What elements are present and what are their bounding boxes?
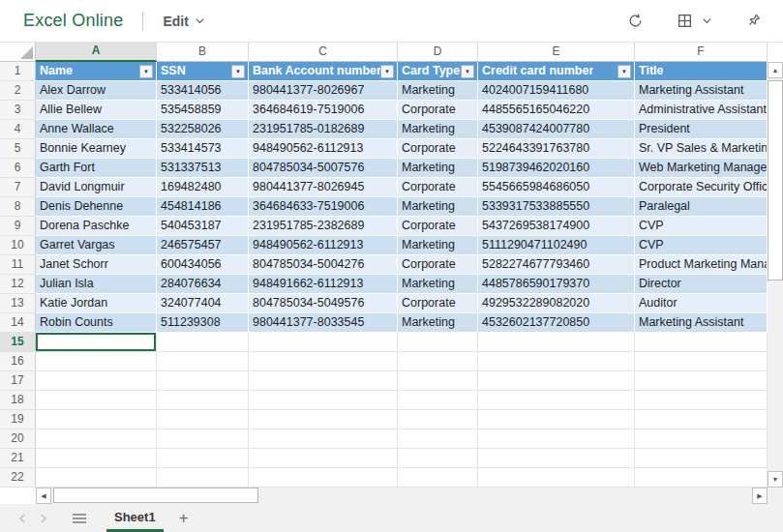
- cell-A13[interactable]: Katie Jordan: [36, 294, 157, 313]
- cell-C13[interactable]: 804785034-5049576: [249, 294, 398, 313]
- cell-D16[interactable]: [398, 352, 478, 371]
- add-sheet-button[interactable]: +: [179, 510, 189, 526]
- cell-B11[interactable]: 600434056: [157, 255, 249, 275]
- cell-D7[interactable]: Corporate: [398, 178, 478, 197]
- cell-E16[interactable]: [478, 352, 635, 371]
- cell-E8[interactable]: 5339317533885550: [478, 197, 635, 217]
- scroll-left-button[interactable]: ◀: [36, 488, 51, 504]
- cell-C1[interactable]: Bank Account number▼: [249, 62, 398, 81]
- cell-B1[interactable]: SSN▼: [157, 62, 249, 81]
- cell-E20[interactable]: [478, 429, 635, 449]
- select-all-corner[interactable]: [0, 43, 36, 62]
- cell-B14[interactable]: 511239308: [157, 313, 249, 333]
- cell-A6[interactable]: Garth Fort: [36, 159, 157, 178]
- cell-D1[interactable]: Card Type▼: [398, 62, 478, 81]
- row-header-8[interactable]: 8: [0, 197, 36, 217]
- cell-D22[interactable]: [398, 468, 478, 488]
- row-header-7[interactable]: 7: [0, 178, 36, 197]
- cell-F16[interactable]: [635, 352, 768, 371]
- cell-B13[interactable]: 324077404: [157, 294, 249, 313]
- cell-F21[interactable]: [635, 449, 768, 468]
- cell-D4[interactable]: Marketing: [398, 120, 478, 139]
- cell-B10[interactable]: 246575457: [157, 236, 249, 255]
- cell-B22[interactable]: [157, 468, 249, 488]
- cell-B4[interactable]: 532258026: [157, 120, 249, 139]
- cell-A19[interactable]: [36, 410, 157, 429]
- cell-B7[interactable]: 169482480: [157, 178, 249, 197]
- filter-button[interactable]: ▼: [380, 65, 394, 78]
- cell-E12[interactable]: 4485786590179370: [478, 275, 635, 294]
- cell-D3[interactable]: Corporate: [398, 101, 478, 120]
- cell-F10[interactable]: CVP: [635, 236, 768, 255]
- filter-button[interactable]: ▼: [139, 65, 153, 78]
- cell-E9[interactable]: 5437269538174900: [478, 217, 635, 236]
- cell-C10[interactable]: 948490562-6112913: [249, 236, 398, 255]
- cell-E14[interactable]: 4532602137720850: [478, 313, 635, 333]
- cell-B8[interactable]: 454814186: [157, 197, 249, 217]
- cell-C22[interactable]: [249, 468, 398, 488]
- filter-button[interactable]: ▼: [231, 65, 245, 78]
- pin-icon[interactable]: [745, 13, 762, 29]
- cell-C16[interactable]: [249, 352, 398, 371]
- cell-E6[interactable]: 5198739462020160: [478, 159, 635, 178]
- cell-C20[interactable]: [249, 429, 398, 449]
- cell-C19[interactable]: [249, 410, 398, 429]
- row-header-4[interactable]: 4: [0, 120, 36, 139]
- cell-C9[interactable]: 231951785-2382689: [249, 217, 398, 236]
- cell-F17[interactable]: [635, 371, 768, 391]
- cell-A21[interactable]: [36, 449, 157, 468]
- row-header-11[interactable]: 11: [0, 255, 36, 275]
- cell-A18[interactable]: [36, 391, 157, 410]
- cell-E21[interactable]: [478, 449, 635, 468]
- cell-B12[interactable]: 284076634: [157, 275, 249, 294]
- cell-A17[interactable]: [36, 371, 157, 391]
- horizontal-scrollbar-thumb[interactable]: [53, 488, 258, 503]
- cell-E18[interactable]: [478, 391, 635, 410]
- cell-F14[interactable]: Marketing Assistant: [635, 313, 768, 333]
- cell-C2[interactable]: 980441377-8026967: [249, 81, 398, 101]
- cell-F1[interactable]: Title: [635, 62, 768, 81]
- cell-F13[interactable]: Auditor: [635, 294, 768, 313]
- row-header-3[interactable]: 3: [0, 101, 36, 120]
- cell-C7[interactable]: 980441377-8026945: [249, 178, 398, 197]
- cell-B20[interactable]: [157, 429, 249, 449]
- refresh-icon[interactable]: [627, 13, 644, 29]
- cell-F4[interactable]: President: [635, 120, 768, 139]
- sheet-tab-sheet1[interactable]: Sheet1: [106, 504, 164, 532]
- filter-button[interactable]: ▼: [617, 65, 631, 78]
- row-header-18[interactable]: 18: [0, 391, 36, 410]
- sheet-list-button[interactable]: [72, 513, 87, 524]
- cell-A5[interactable]: Bonnie Kearney: [36, 139, 157, 159]
- vertical-scrollbar[interactable]: ▲ ▼: [768, 62, 783, 488]
- cell-A16[interactable]: [36, 352, 157, 371]
- row-header-14[interactable]: 14: [0, 313, 36, 333]
- filter-button[interactable]: ▼: [461, 65, 474, 78]
- cell-C8[interactable]: 364684633-7519006: [249, 197, 398, 217]
- cell-C11[interactable]: 804785034-5004276: [249, 255, 398, 275]
- table-views-button[interactable]: [677, 13, 712, 29]
- col-header-A[interactable]: A: [36, 43, 157, 62]
- row-header-22[interactable]: 22: [0, 468, 36, 488]
- row-header-10[interactable]: 10: [0, 236, 36, 255]
- scroll-down-button[interactable]: ▼: [768, 471, 783, 488]
- cell-D11[interactable]: Corporate: [398, 255, 478, 275]
- cell-D19[interactable]: [398, 410, 478, 429]
- cell-D10[interactable]: Marketing: [398, 236, 478, 255]
- cell-C21[interactable]: [249, 449, 398, 468]
- cell-C4[interactable]: 231951785-0182689: [249, 120, 398, 139]
- cell-B9[interactable]: 540453187: [157, 217, 249, 236]
- cell-F12[interactable]: Director: [635, 275, 768, 294]
- cell-E13[interactable]: 4929532289082020: [478, 294, 635, 313]
- cell-E4[interactable]: 4539087424007780: [478, 120, 635, 139]
- cell-F19[interactable]: [635, 410, 768, 429]
- cell-D2[interactable]: Marketing: [398, 81, 478, 101]
- row-header-1[interactable]: 1: [0, 62, 36, 81]
- cell-D6[interactable]: Marketing: [398, 159, 478, 178]
- cell-D15[interactable]: [398, 333, 478, 352]
- row-header-6[interactable]: 6: [0, 159, 36, 178]
- previous-sheet-button[interactable]: [12, 514, 33, 523]
- cell-D12[interactable]: Marketing: [398, 275, 478, 294]
- scroll-right-button[interactable]: ▶: [752, 488, 768, 504]
- cell-A7[interactable]: David Longmuir: [36, 178, 157, 197]
- row-header-20[interactable]: 20: [0, 429, 36, 449]
